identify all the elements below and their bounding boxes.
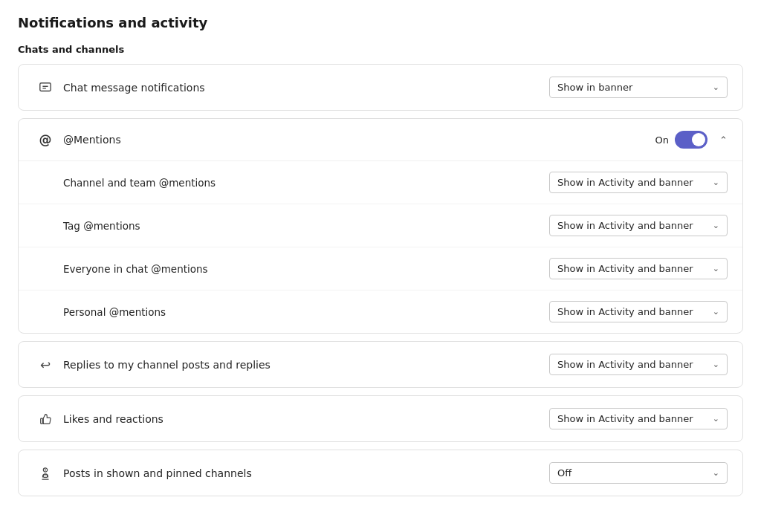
everyone-mentions-value: Show in Activity and banner	[557, 263, 693, 274]
mentions-sub-row-everyone: Everyone in chat @mentions Show in Activ…	[19, 247, 742, 291]
page-title: Notifications and activity	[18, 15, 743, 30]
chat-message-dropdown[interactable]: Show in banner ⌄	[549, 77, 728, 98]
likes-dropdown[interactable]: Show in Activity and banner ⌄	[549, 408, 728, 429]
channel-team-mentions-dropdown[interactable]: Show in Activity and banner ⌄	[549, 172, 728, 193]
svg-point-5	[45, 469, 46, 470]
likes-dropdown-value: Show in Activity and banner	[557, 413, 693, 424]
tag-mentions-value: Show in Activity and banner	[557, 220, 693, 231]
pinned-posts-card: Posts in shown and pinned channels Off ⌄	[18, 450, 743, 496]
replies-label: Replies to my channel posts and replies	[57, 359, 549, 371]
personal-mentions-dropdown[interactable]: Show in Activity and banner ⌄	[549, 301, 728, 322]
everyone-mentions-dropdown[interactable]: Show in Activity and banner ⌄	[549, 258, 728, 279]
pinned-posts-dropdown-value: Off	[557, 467, 571, 479]
reply-icon: ↩	[33, 357, 57, 372]
personal-mentions-value: Show in Activity and banner	[557, 306, 693, 317]
mentions-toggle[interactable]	[675, 131, 707, 149]
chat-message-dropdown-value: Show in banner	[557, 82, 632, 93]
pinned-posts-label: Posts in shown and pinned channels	[57, 467, 549, 479]
mention-icon: @	[33, 132, 57, 147]
chat-message-card: Chat message notifications Show in banne…	[18, 64, 743, 111]
channel-team-mentions-value: Show in Activity and banner	[557, 177, 693, 188]
chevron-down-icon: ⌄	[713, 360, 719, 369]
mentions-label: @Mentions	[57, 134, 655, 146]
likes-card: Likes and reactions Show in Activity and…	[18, 395, 743, 442]
mentions-card: @ @Mentions On ⌃ Channel and team @menti…	[18, 118, 743, 334]
replies-dropdown[interactable]: Show in Activity and banner ⌄	[549, 354, 728, 375]
replies-card: ↩ Replies to my channel posts and replie…	[18, 341, 743, 388]
section-title: Chats and channels	[18, 44, 743, 55]
chat-message-label: Chat message notifications	[57, 82, 549, 94]
mentions-sub-row-tag: Tag @mentions Show in Activity and banne…	[19, 204, 742, 247]
svg-rect-3	[41, 418, 43, 424]
chevron-down-icon: ⌄	[713, 414, 719, 424]
chevron-down-icon: ⌄	[713, 221, 719, 230]
replies-dropdown-value: Show in Activity and banner	[557, 359, 693, 370]
personal-mentions-label: Personal @mentions	[63, 306, 549, 318]
tag-mentions-label: Tag @mentions	[63, 220, 549, 232]
chevron-down-icon: ⌄	[713, 468, 719, 478]
mentions-sub-row-channel: Channel and team @mentions Show in Activ…	[19, 161, 742, 204]
pinned-icon	[33, 467, 57, 480]
chevron-down-icon: ⌄	[713, 264, 719, 273]
svg-rect-0	[40, 82, 51, 91]
chevron-down-icon: ⌄	[713, 82, 719, 92]
toggle-on-label: On	[655, 134, 669, 146]
pinned-posts-dropdown[interactable]: Off ⌄	[549, 462, 728, 484]
chevron-down-icon: ⌄	[713, 307, 719, 317]
chat-icon	[33, 81, 57, 94]
like-icon	[33, 412, 57, 426]
collapse-icon[interactable]: ⌃	[719, 134, 728, 146]
svg-rect-6	[43, 474, 47, 477]
mentions-header: @ @Mentions On ⌃	[19, 119, 742, 161]
mentions-sub-row-personal: Personal @mentions Show in Activity and …	[19, 291, 742, 333]
chevron-down-icon: ⌄	[713, 178, 719, 187]
everyone-mentions-label: Everyone in chat @mentions	[63, 263, 549, 275]
tag-mentions-dropdown[interactable]: Show in Activity and banner ⌄	[549, 215, 728, 236]
likes-label: Likes and reactions	[57, 413, 549, 425]
channel-team-mentions-label: Channel and team @mentions	[63, 177, 549, 189]
